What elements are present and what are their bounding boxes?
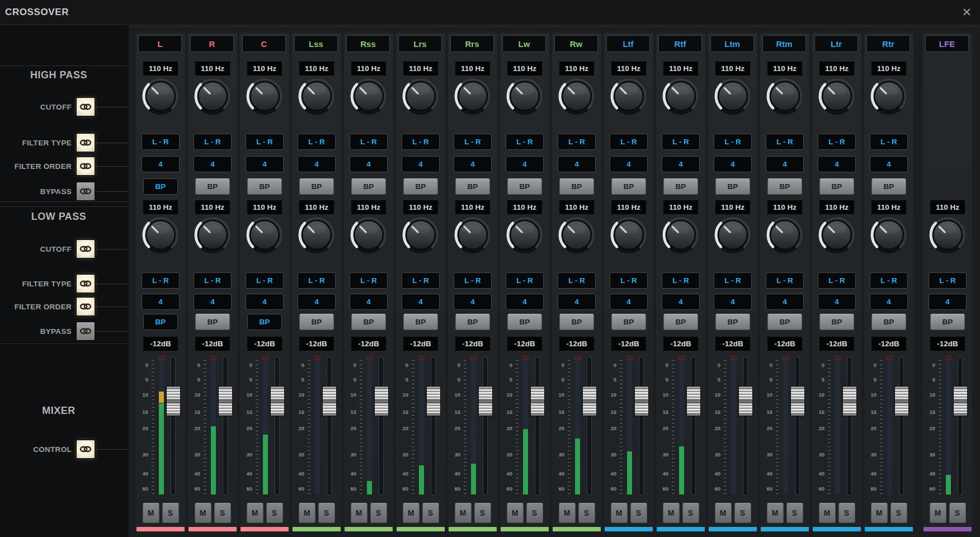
lp-bypass-link-button[interactable] [76, 322, 95, 341]
lowpass-filter-order-button[interactable]: 4 [558, 294, 596, 310]
highpass-filter-type-button[interactable]: L - R [298, 134, 336, 150]
highpass-filter-type-button[interactable]: L - R [818, 134, 856, 150]
lowpass-filter-order-button[interactable]: 4 [194, 294, 232, 310]
lowpass-filter-order-button[interactable]: 4 [506, 294, 544, 310]
mute-button[interactable]: M [507, 503, 524, 523]
solo-button[interactable]: S [214, 503, 231, 523]
lowpass-cutoff-knob[interactable] [868, 214, 910, 256]
fader-track[interactable] [171, 357, 176, 496]
highpass-cutoff-knob[interactable] [816, 76, 858, 117]
lowpass-filter-type-button[interactable]: L - R [929, 272, 967, 289]
highpass-filter-order-button[interactable]: 4 [870, 156, 908, 172]
highpass-bypass-button[interactable]: BP [351, 178, 386, 195]
solo-button[interactable]: S [422, 503, 439, 523]
lowpass-filter-type-button[interactable]: L - R [246, 272, 284, 289]
highpass-filter-type-button[interactable]: L - R [662, 134, 700, 150]
fader-track[interactable] [691, 357, 696, 496]
lowpass-cutoff-knob[interactable] [556, 214, 597, 256]
output-level-value[interactable]: -12dB [663, 336, 699, 351]
lowpass-cutoff-value[interactable]: 110 Hz [767, 200, 803, 215]
fader-handle[interactable] [738, 386, 753, 416]
mute-button[interactable]: M [767, 503, 784, 523]
mute-button[interactable]: M [195, 503, 211, 523]
output-level-value[interactable]: -12dB [819, 336, 855, 351]
solo-button[interactable]: S [578, 503, 595, 523]
highpass-filter-type-button[interactable]: L - R [246, 134, 284, 150]
fader-handle[interactable] [686, 386, 701, 416]
output-level-value[interactable]: -12dB [403, 336, 439, 351]
lowpass-filter-order-button[interactable]: 4 [402, 294, 440, 310]
lowpass-cutoff-value[interactable]: 110 Hz [351, 200, 387, 215]
fader-track[interactable] [483, 357, 488, 496]
highpass-bypass-button[interactable]: BP [767, 178, 802, 195]
lowpass-filter-type-button[interactable]: L - R [402, 272, 440, 289]
lowpass-cutoff-value[interactable]: 110 Hz [247, 200, 282, 215]
solo-button[interactable]: S [526, 503, 543, 523]
highpass-cutoff-knob[interactable] [608, 76, 649, 117]
lowpass-bypass-button[interactable]: BP [351, 314, 386, 330]
highpass-bypass-button[interactable]: BP [611, 178, 646, 195]
lowpass-filter-type-button[interactable]: L - R [610, 272, 648, 289]
fader-track[interactable] [431, 357, 436, 496]
mute-button[interactable]: M [299, 503, 315, 523]
fader-handle[interactable] [894, 386, 909, 416]
highpass-filter-order-button[interactable]: 4 [194, 156, 232, 172]
lowpass-cutoff-knob[interactable] [712, 214, 753, 256]
lowpass-cutoff-knob[interactable] [296, 214, 337, 256]
highpass-bypass-button[interactable]: BP [455, 178, 490, 195]
fader-handle[interactable] [842, 386, 857, 416]
solo-button[interactable]: S [162, 503, 179, 523]
lowpass-filter-order-button[interactable]: 4 [714, 294, 752, 310]
highpass-cutoff-value[interactable]: 110 Hz [195, 61, 230, 76]
lowpass-cutoff-value[interactable]: 110 Hz [195, 200, 230, 215]
highpass-filter-order-button[interactable]: 4 [558, 156, 596, 172]
mute-button[interactable]: M [247, 503, 263, 523]
highpass-filter-order-button[interactable]: 4 [662, 156, 700, 172]
lowpass-filter-order-button[interactable]: 4 [298, 294, 336, 310]
mute-button[interactable]: M [663, 503, 680, 523]
mute-button[interactable]: M [930, 503, 946, 523]
lowpass-cutoff-knob[interactable] [452, 214, 493, 256]
mute-button[interactable]: M [455, 503, 472, 523]
highpass-cutoff-value[interactable]: 110 Hz [611, 61, 647, 76]
highpass-bypass-button[interactable]: BP [403, 178, 438, 195]
lowpass-filter-type-button[interactable]: L - R [870, 272, 908, 289]
highpass-filter-type-button[interactable]: L - R [506, 134, 544, 150]
lowpass-cutoff-value[interactable]: 110 Hz [403, 200, 439, 215]
lowpass-cutoff-value[interactable]: 110 Hz [143, 200, 178, 215]
lowpass-bypass-button[interactable]: BP [195, 314, 230, 330]
lowpass-filter-order-button[interactable]: 4 [766, 294, 804, 310]
lowpass-filter-order-button[interactable]: 4 [142, 294, 180, 310]
highpass-cutoff-knob[interactable] [192, 76, 233, 117]
highpass-cutoff-value[interactable]: 110 Hz [663, 61, 699, 76]
highpass-filter-type-button[interactable]: L - R [402, 134, 440, 150]
lowpass-cutoff-value[interactable]: 110 Hz [871, 200, 907, 215]
lowpass-bypass-button[interactable]: BP [767, 314, 802, 330]
lowpass-filter-type-button[interactable]: L - R [714, 272, 752, 289]
lowpass-filter-type-button[interactable]: L - R [454, 272, 492, 289]
highpass-filter-order-button[interactable]: 4 [610, 156, 648, 172]
highpass-cutoff-value[interactable]: 110 Hz [299, 61, 334, 76]
close-icon[interactable]: ✕ [962, 5, 972, 20]
highpass-filter-order-button[interactable]: 4 [298, 156, 336, 172]
lowpass-filter-order-button[interactable]: 4 [662, 294, 700, 310]
solo-button[interactable]: S [318, 503, 335, 523]
output-level-value[interactable]: -12dB [351, 336, 387, 351]
lowpass-bypass-button[interactable]: BP [663, 314, 698, 330]
highpass-bypass-button[interactable]: BP [195, 178, 230, 195]
highpass-cutoff-value[interactable]: 110 Hz [871, 61, 907, 76]
output-level-value[interactable]: -12dB [507, 336, 543, 351]
highpass-cutoff-knob[interactable] [660, 76, 701, 117]
lowpass-filter-type-button[interactable]: L - R [506, 272, 544, 289]
mute-button[interactable]: M [559, 503, 576, 523]
lowpass-cutoff-knob[interactable] [927, 214, 968, 256]
fader-track[interactable] [795, 357, 800, 496]
fader-handle[interactable] [374, 386, 389, 416]
highpass-bypass-button[interactable]: BP [819, 178, 854, 195]
lowpass-filter-order-button[interactable]: 4 [350, 294, 388, 310]
lowpass-filter-type-button[interactable]: L - R [662, 272, 700, 289]
fader-handle[interactable] [530, 386, 545, 416]
highpass-cutoff-knob[interactable] [244, 76, 285, 117]
highpass-cutoff-value[interactable]: 110 Hz [455, 61, 491, 76]
lowpass-filter-type-button[interactable]: L - R [818, 272, 856, 289]
